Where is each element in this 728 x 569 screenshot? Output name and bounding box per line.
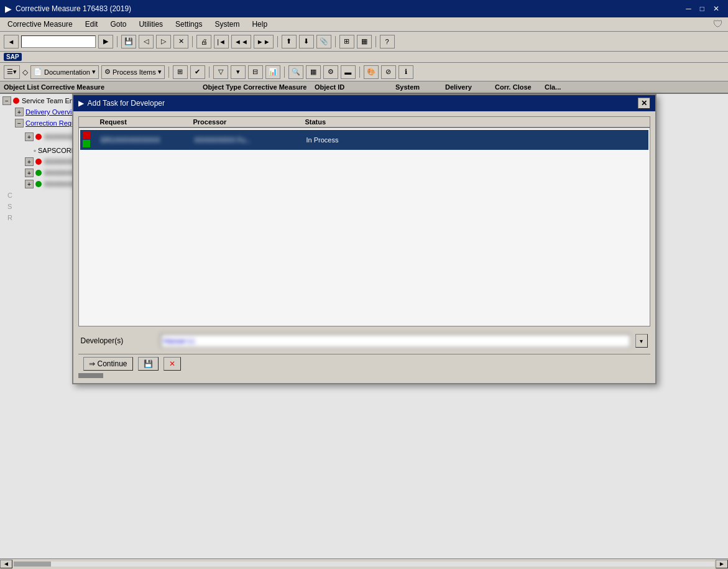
menu-utilities[interactable]: Utilities [136, 19, 165, 30]
scroll-right-button[interactable]: ► [716, 560, 728, 568]
modal-col-header-request: Request [100, 118, 193, 126]
menu-edit[interactable]: Edit [83, 19, 101, 30]
layout-btn2[interactable]: ▦ [306, 65, 321, 79]
modal-col-header-processor: Processor [193, 118, 305, 126]
main-content: Object List Corrective Measure Object Ty… [0, 81, 728, 558]
developer-row: Developer(s) ▾ [78, 334, 650, 348]
save-icon: 💾 [144, 359, 153, 368]
close-button[interactable]: ✕ [709, 3, 723, 14]
app-logo-icon: ▶ [5, 4, 12, 14]
modal-table: Request Processor Status ER1XXXXXXXXXX X… [78, 116, 650, 326]
modal-row-processor: XXXXXXXXX Fu... [195, 136, 306, 144]
search-btn[interactable]: 🔍 [288, 65, 303, 79]
sep-toolbar-5 [359, 67, 360, 78]
layout-button[interactable]: ▦ [357, 35, 372, 49]
main-toolbar: ◄ ▶ 💾 ◁ ▷ ✕ 🖨 |◄ ◄◄ ►► ⬆ ⬇ 📎 ⊞ ▦ ? [0, 32, 728, 52]
menu-bar: Corrective Measure Edit Goto Utilities S… [0, 17, 728, 32]
chart-btn[interactable]: 📊 [265, 65, 280, 79]
forward-nav-button[interactable]: ▷ [156, 35, 171, 49]
secondary-toolbar: ☰▾ ◇ 📄 Documentation ▾ ⚙ Process Items ▾… [0, 63, 728, 81]
documentation-button[interactable]: 📄 Documentation ▾ [30, 65, 99, 79]
modal-empty-area [80, 150, 648, 325]
confirm-input-button[interactable]: ▶ [98, 35, 113, 49]
save-button[interactable]: 💾 [121, 35, 136, 49]
modal-row-request: ER1XXXXXXXXXX [101, 136, 195, 144]
modal-body: Request Processor Status ER1XXXXXXXXXX X… [73, 111, 655, 383]
color-btn[interactable]: 🎨 [364, 65, 379, 79]
menu-expand-button[interactable]: ☰▾ [4, 65, 20, 79]
scroll-thumb[interactable] [14, 562, 51, 567]
download-button[interactable]: ⬇ [299, 35, 314, 49]
window-title: Corrective Measure 176483 (2019) [16, 4, 131, 13]
modal-title-left: ▶ Add Task for Developer [78, 99, 165, 108]
modal-status-green-sq [83, 140, 90, 147]
table-btn[interactable]: ⊟ [248, 65, 263, 79]
menu-settings[interactable]: Settings [173, 19, 205, 30]
find-next-button[interactable]: ►► [254, 35, 274, 49]
modal-status-red-sq [83, 131, 90, 139]
modal-close-button[interactable]: ✕ [638, 98, 650, 109]
shield-icon: 🛡 [713, 19, 723, 30]
sap-logo: SAP [4, 53, 22, 61]
developer-dropdown-button[interactable]: ▾ [635, 334, 648, 348]
developer-input[interactable] [160, 334, 630, 348]
print-button[interactable]: 🖨 [196, 35, 211, 49]
modal-title: Add Task for Developer [88, 99, 165, 108]
toolbar-btn-b[interactable]: ✔ [190, 65, 205, 79]
attach-button[interactable]: 📎 [316, 35, 331, 49]
documentation-label: Documentation [44, 68, 90, 76]
menu-system[interactable]: System [212, 19, 242, 30]
command-input[interactable] [21, 35, 96, 48]
info-btn[interactable]: ℹ [399, 65, 413, 79]
developer-label: Developer(s) [81, 336, 155, 345]
filter-button[interactable]: ▽ [213, 65, 228, 79]
menu-help[interactable]: Help [249, 19, 270, 30]
grid-button[interactable]: ⊞ [339, 35, 354, 49]
gear-icon: ⚙ [104, 68, 111, 76]
back-nav-button[interactable]: ◁ [139, 35, 154, 49]
cancel-button[interactable]: ✕ [173, 35, 188, 49]
modal-save-button[interactable]: 💾 [138, 357, 159, 371]
process-items-label: Process Items [113, 68, 156, 76]
filter-chevron-button[interactable]: ▾ [231, 65, 246, 79]
modal-scrollbar-area [78, 373, 650, 378]
menu-corrective-measure[interactable]: Corrective Measure [5, 19, 75, 30]
modal-table-header: Request Processor Status [79, 117, 650, 128]
scroll-left-button[interactable]: ◄ [0, 560, 12, 568]
separator-4 [335, 36, 336, 47]
delete-icon: ✕ [169, 359, 175, 368]
sep-toolbar-2 [168, 67, 169, 78]
continue-button[interactable]: ⇒ Continue [83, 357, 133, 371]
find-prev-button[interactable]: ◄◄ [231, 35, 251, 49]
maximize-button[interactable]: □ [696, 3, 708, 14]
upload-button[interactable]: ⬆ [282, 35, 297, 49]
process-items-button[interactable]: ⚙ Process Items ▾ [101, 65, 165, 79]
separator-1 [117, 36, 117, 47]
bottom-scrollbar: ◄ ► [0, 558, 728, 568]
erase-btn[interactable]: ⊘ [381, 65, 396, 79]
modal-row-proc-status: In Process [306, 136, 381, 144]
find-first-button[interactable]: |◄ [214, 35, 229, 49]
config-btn[interactable]: ⚙ [323, 65, 338, 79]
title-bar: ▶ Corrective Measure 176483 (2019) ─ □ ✕ [0, 0, 728, 17]
toolbar-btn-a[interactable]: ⊞ [173, 65, 188, 79]
modal-scrollbar-thumb[interactable] [78, 373, 103, 378]
doc-icon: 📄 [34, 68, 42, 76]
modal-table-row: ER1XXXXXXXXXX XXXXXXXXX Fu... In Process [80, 130, 648, 150]
back-button[interactable]: ◄ [4, 35, 19, 49]
separator-2 [192, 36, 193, 47]
modal-delete-button[interactable]: ✕ [164, 357, 181, 371]
bar-chart-btn[interactable]: ▬ [341, 65, 356, 79]
add-task-modal: ▶ Add Task for Developer ✕ Request Proce… [72, 94, 657, 384]
help-button[interactable]: ? [380, 35, 395, 49]
modal-footer: ⇒ Continue 💾 ✕ [78, 354, 650, 373]
menu-goto[interactable]: Goto [108, 19, 129, 30]
sep-toolbar-3 [209, 67, 210, 78]
continue-arrow-icon: ⇒ [89, 359, 95, 368]
title-bar-left: ▶ Corrective Measure 176483 (2019) [5, 4, 131, 14]
modal-col-header-status [81, 118, 100, 126]
minimize-button[interactable]: ─ [682, 3, 695, 14]
separator-3 [277, 36, 278, 47]
modal-sap-icon: ▶ [78, 99, 84, 108]
scroll-track[interactable] [14, 562, 714, 567]
